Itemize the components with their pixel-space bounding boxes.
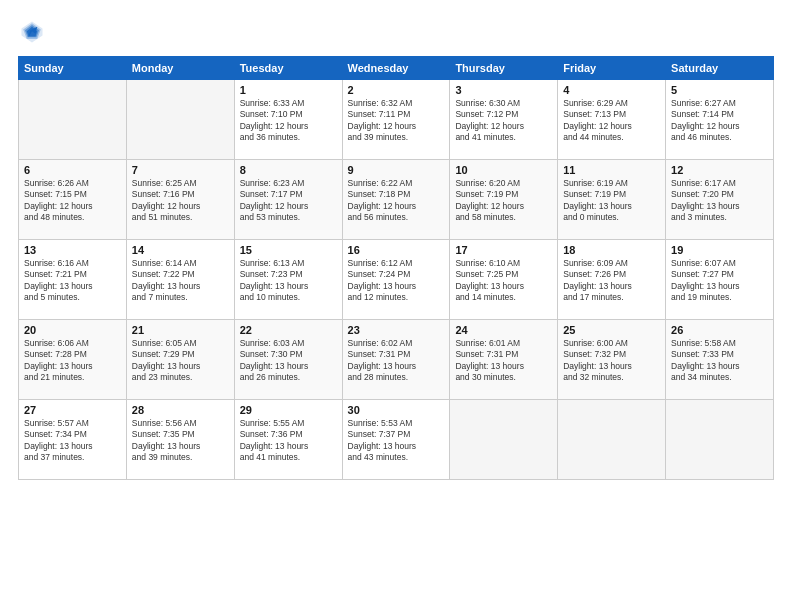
day-number: 6: [24, 164, 121, 176]
calendar-cell: 28Sunrise: 5:56 AM Sunset: 7:35 PM Dayli…: [126, 400, 234, 480]
day-number: 9: [348, 164, 445, 176]
calendar-cell: 27Sunrise: 5:57 AM Sunset: 7:34 PM Dayli…: [19, 400, 127, 480]
day-number: 20: [24, 324, 121, 336]
day-info: Sunrise: 5:55 AM Sunset: 7:36 PM Dayligh…: [240, 418, 337, 464]
calendar-cell: 17Sunrise: 6:10 AM Sunset: 7:25 PM Dayli…: [450, 240, 558, 320]
day-number: 25: [563, 324, 660, 336]
calendar-cell: 26Sunrise: 5:58 AM Sunset: 7:33 PM Dayli…: [666, 320, 774, 400]
calendar-cell: 4Sunrise: 6:29 AM Sunset: 7:13 PM Daylig…: [558, 80, 666, 160]
day-number: 29: [240, 404, 337, 416]
day-info: Sunrise: 6:33 AM Sunset: 7:10 PM Dayligh…: [240, 98, 337, 144]
day-number: 10: [455, 164, 552, 176]
calendar-cell: [666, 400, 774, 480]
weekday-header-wednesday: Wednesday: [342, 57, 450, 80]
day-number: 4: [563, 84, 660, 96]
day-info: Sunrise: 6:05 AM Sunset: 7:29 PM Dayligh…: [132, 338, 229, 384]
day-number: 14: [132, 244, 229, 256]
calendar-week-row-4: 20Sunrise: 6:06 AM Sunset: 7:28 PM Dayli…: [19, 320, 774, 400]
day-info: Sunrise: 5:57 AM Sunset: 7:34 PM Dayligh…: [24, 418, 121, 464]
weekday-header-row: SundayMondayTuesdayWednesdayThursdayFrid…: [19, 57, 774, 80]
day-info: Sunrise: 6:26 AM Sunset: 7:15 PM Dayligh…: [24, 178, 121, 224]
day-info: Sunrise: 6:12 AM Sunset: 7:24 PM Dayligh…: [348, 258, 445, 304]
day-info: Sunrise: 6:30 AM Sunset: 7:12 PM Dayligh…: [455, 98, 552, 144]
day-info: Sunrise: 5:53 AM Sunset: 7:37 PM Dayligh…: [348, 418, 445, 464]
day-number: 13: [24, 244, 121, 256]
calendar-cell: [558, 400, 666, 480]
calendar-cell: 8Sunrise: 6:23 AM Sunset: 7:17 PM Daylig…: [234, 160, 342, 240]
calendar-tbody: 1Sunrise: 6:33 AM Sunset: 7:10 PM Daylig…: [19, 80, 774, 480]
calendar-cell: 19Sunrise: 6:07 AM Sunset: 7:27 PM Dayli…: [666, 240, 774, 320]
calendar-cell: 3Sunrise: 6:30 AM Sunset: 7:12 PM Daylig…: [450, 80, 558, 160]
calendar-cell: 24Sunrise: 6:01 AM Sunset: 7:31 PM Dayli…: [450, 320, 558, 400]
weekday-header-monday: Monday: [126, 57, 234, 80]
day-info: Sunrise: 6:32 AM Sunset: 7:11 PM Dayligh…: [348, 98, 445, 144]
day-number: 27: [24, 404, 121, 416]
logo: [18, 18, 50, 46]
calendar-header: [18, 18, 774, 46]
day-info: Sunrise: 6:25 AM Sunset: 7:16 PM Dayligh…: [132, 178, 229, 224]
calendar-table: SundayMondayTuesdayWednesdayThursdayFrid…: [18, 56, 774, 480]
calendar-week-row-3: 13Sunrise: 6:16 AM Sunset: 7:21 PM Dayli…: [19, 240, 774, 320]
day-info: Sunrise: 6:22 AM Sunset: 7:18 PM Dayligh…: [348, 178, 445, 224]
day-info: Sunrise: 6:13 AM Sunset: 7:23 PM Dayligh…: [240, 258, 337, 304]
day-number: 15: [240, 244, 337, 256]
day-info: Sunrise: 6:16 AM Sunset: 7:21 PM Dayligh…: [24, 258, 121, 304]
calendar-cell: 22Sunrise: 6:03 AM Sunset: 7:30 PM Dayli…: [234, 320, 342, 400]
calendar-cell: [450, 400, 558, 480]
calendar-cell: 14Sunrise: 6:14 AM Sunset: 7:22 PM Dayli…: [126, 240, 234, 320]
calendar-cell: 7Sunrise: 6:25 AM Sunset: 7:16 PM Daylig…: [126, 160, 234, 240]
day-info: Sunrise: 6:20 AM Sunset: 7:19 PM Dayligh…: [455, 178, 552, 224]
calendar-cell: 6Sunrise: 6:26 AM Sunset: 7:15 PM Daylig…: [19, 160, 127, 240]
day-number: 30: [348, 404, 445, 416]
calendar-cell: 10Sunrise: 6:20 AM Sunset: 7:19 PM Dayli…: [450, 160, 558, 240]
calendar-thead: SundayMondayTuesdayWednesdayThursdayFrid…: [19, 57, 774, 80]
day-info: Sunrise: 6:07 AM Sunset: 7:27 PM Dayligh…: [671, 258, 768, 304]
day-number: 17: [455, 244, 552, 256]
calendar-cell: 18Sunrise: 6:09 AM Sunset: 7:26 PM Dayli…: [558, 240, 666, 320]
calendar-week-row-2: 6Sunrise: 6:26 AM Sunset: 7:15 PM Daylig…: [19, 160, 774, 240]
weekday-header-friday: Friday: [558, 57, 666, 80]
day-info: Sunrise: 6:29 AM Sunset: 7:13 PM Dayligh…: [563, 98, 660, 144]
day-number: 16: [348, 244, 445, 256]
day-number: 12: [671, 164, 768, 176]
calendar-week-row-5: 27Sunrise: 5:57 AM Sunset: 7:34 PM Dayli…: [19, 400, 774, 480]
calendar-cell: 13Sunrise: 6:16 AM Sunset: 7:21 PM Dayli…: [19, 240, 127, 320]
day-info: Sunrise: 5:56 AM Sunset: 7:35 PM Dayligh…: [132, 418, 229, 464]
calendar-cell: 9Sunrise: 6:22 AM Sunset: 7:18 PM Daylig…: [342, 160, 450, 240]
day-number: 26: [671, 324, 768, 336]
day-number: 28: [132, 404, 229, 416]
day-number: 11: [563, 164, 660, 176]
day-info: Sunrise: 6:06 AM Sunset: 7:28 PM Dayligh…: [24, 338, 121, 384]
day-number: 5: [671, 84, 768, 96]
calendar-cell: 15Sunrise: 6:13 AM Sunset: 7:23 PM Dayli…: [234, 240, 342, 320]
weekday-header-tuesday: Tuesday: [234, 57, 342, 80]
weekday-header-thursday: Thursday: [450, 57, 558, 80]
calendar-week-row-1: 1Sunrise: 6:33 AM Sunset: 7:10 PM Daylig…: [19, 80, 774, 160]
day-info: Sunrise: 6:10 AM Sunset: 7:25 PM Dayligh…: [455, 258, 552, 304]
day-info: Sunrise: 6:00 AM Sunset: 7:32 PM Dayligh…: [563, 338, 660, 384]
calendar-cell: 29Sunrise: 5:55 AM Sunset: 7:36 PM Dayli…: [234, 400, 342, 480]
day-number: 19: [671, 244, 768, 256]
day-number: 3: [455, 84, 552, 96]
calendar-cell: 16Sunrise: 6:12 AM Sunset: 7:24 PM Dayli…: [342, 240, 450, 320]
day-number: 18: [563, 244, 660, 256]
day-number: 7: [132, 164, 229, 176]
day-info: Sunrise: 6:23 AM Sunset: 7:17 PM Dayligh…: [240, 178, 337, 224]
day-info: Sunrise: 5:58 AM Sunset: 7:33 PM Dayligh…: [671, 338, 768, 384]
calendar-cell: 2Sunrise: 6:32 AM Sunset: 7:11 PM Daylig…: [342, 80, 450, 160]
day-number: 1: [240, 84, 337, 96]
day-number: 21: [132, 324, 229, 336]
day-number: 23: [348, 324, 445, 336]
calendar-cell: 23Sunrise: 6:02 AM Sunset: 7:31 PM Dayli…: [342, 320, 450, 400]
day-info: Sunrise: 6:09 AM Sunset: 7:26 PM Dayligh…: [563, 258, 660, 304]
day-info: Sunrise: 6:17 AM Sunset: 7:20 PM Dayligh…: [671, 178, 768, 224]
calendar-cell: 21Sunrise: 6:05 AM Sunset: 7:29 PM Dayli…: [126, 320, 234, 400]
calendar-cell: [126, 80, 234, 160]
weekday-header-sunday: Sunday: [19, 57, 127, 80]
day-number: 22: [240, 324, 337, 336]
day-info: Sunrise: 6:14 AM Sunset: 7:22 PM Dayligh…: [132, 258, 229, 304]
calendar-cell: 12Sunrise: 6:17 AM Sunset: 7:20 PM Dayli…: [666, 160, 774, 240]
calendar-cell: 11Sunrise: 6:19 AM Sunset: 7:19 PM Dayli…: [558, 160, 666, 240]
calendar-page: SundayMondayTuesdayWednesdayThursdayFrid…: [0, 0, 792, 612]
day-number: 2: [348, 84, 445, 96]
